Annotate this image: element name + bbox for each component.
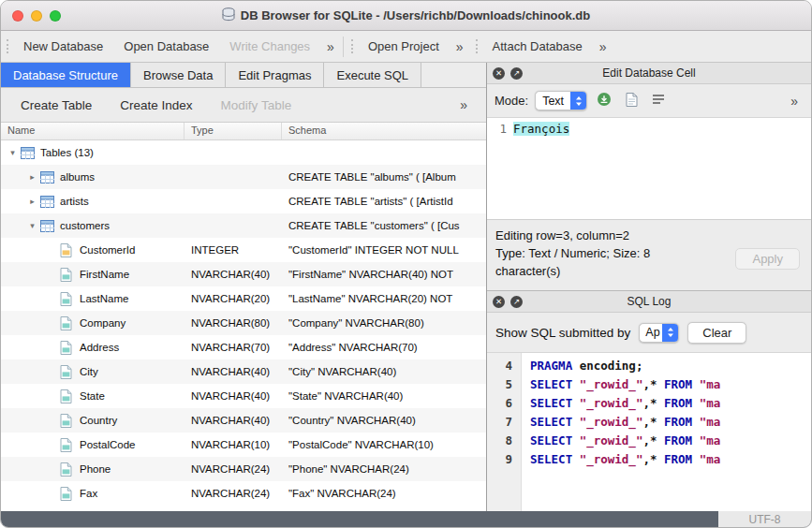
log-line-number: 5 (487, 375, 521, 394)
tree-row[interactable]: CompanyNVARCHAR(80)"Company" NVARCHAR(80… (1, 311, 486, 335)
editor-content[interactable]: François (513, 118, 569, 219)
detach-panel-icon[interactable]: ↗ (510, 67, 523, 80)
schema-cell: "LastName" NVARCHAR(20) NOT (282, 293, 486, 304)
field-icon (60, 365, 77, 379)
structure-overflow-icon[interactable]: » (453, 97, 480, 112)
schema-cell: "FirstName" NVARCHAR(40) NOT (282, 269, 486, 280)
cell-editor[interactable]: 1 François (487, 117, 811, 220)
sql-source-select[interactable]: Ap (639, 323, 679, 343)
tab-edit-pragmas[interactable]: Edit Pragmas (226, 63, 324, 87)
encoding-selector[interactable]: UTF-8 (718, 511, 811, 527)
field-icon (60, 316, 77, 330)
tree-name-cell: CustomerId (1, 238, 185, 262)
expand-icon[interactable]: ▸ (24, 172, 40, 182)
toolbar-overflow-icon[interactable]: » (593, 39, 613, 54)
collapse-icon[interactable]: ▾ (5, 148, 21, 157)
close-window-button[interactable] (12, 10, 23, 22)
table-icon (21, 147, 37, 159)
collapse-icon[interactable]: ▾ (24, 221, 40, 230)
panel-title: SQL Log (487, 295, 811, 308)
tree-row[interactable]: PostalCodeNVARCHAR(10)"PostalCode" NVARC… (1, 433, 486, 457)
new-database-button[interactable]: New Database (13, 36, 113, 57)
type-cell: NVARCHAR(70) (185, 342, 282, 353)
type-cell: NVARCHAR(20) (185, 293, 282, 304)
type-cell: NVARCHAR(40) (185, 366, 282, 377)
word-wrap-button[interactable] (648, 91, 669, 111)
import-icon (597, 92, 612, 110)
column-header-schema[interactable]: Schema (282, 123, 486, 139)
tree-row[interactable]: CountryNVARCHAR(40)"Country" NVARCHAR(40… (1, 408, 486, 433)
clear-log-button[interactable]: Clear (687, 322, 746, 344)
tree-row[interactable]: ▸artistsCREATE TABLE "artists" ( [Artist… (1, 189, 486, 213)
mode-select[interactable]: Text (535, 91, 587, 110)
edit-cell-overflow-icon[interactable]: » (784, 94, 804, 109)
tab-label: Browse Data (143, 68, 213, 82)
tab-bar: Database Structure Browse Data Edit Prag… (1, 63, 486, 88)
minimize-window-button[interactable] (31, 10, 42, 22)
tree-row[interactable]: LastNameNVARCHAR(20)"LastName" NVARCHAR(… (1, 286, 486, 311)
expand-icon[interactable]: ▸ (24, 197, 40, 206)
field-icon (60, 438, 77, 452)
table-icon (40, 196, 57, 208)
tab-label: Edit Pragmas (238, 68, 311, 82)
open-project-button[interactable]: Open Project (358, 36, 450, 57)
apply-button: Apply (735, 248, 800, 270)
edit-cell-toolbar: Mode: Text » (487, 84, 811, 117)
close-panel-icon[interactable]: ✕ (493, 296, 505, 308)
tab-browse-data[interactable]: Browse Data (131, 63, 226, 87)
create-table-button[interactable]: Create Table (7, 95, 106, 116)
tree-row[interactable]: StateNVARCHAR(40)"State" NVARCHAR(40) (1, 384, 486, 408)
tree-name-cell: State (1, 384, 185, 408)
tree-item-label: PostalCode (80, 439, 135, 450)
tree-name-cell: Fax (1, 481, 185, 506)
tree-row[interactable]: ▸albumsCREATE TABLE "albums" ( [Album (1, 165, 486, 189)
schema-cell: "PostalCode" NVARCHAR(10) (282, 439, 486, 450)
sql-log-header: ✕ ↗ SQL Log (487, 291, 811, 313)
attach-database-button[interactable]: Attach Database (482, 36, 593, 57)
tree-row[interactable]: ▾Tables (13) (1, 140, 486, 165)
tab-database-structure[interactable]: Database Structure (1, 63, 131, 87)
zoom-window-button[interactable] (50, 10, 61, 22)
edit-cell-header: ✕ ↗ Edit Database Cell (487, 63, 811, 84)
toolbar-drag-handle (7, 39, 10, 53)
create-index-button[interactable]: Create Index (106, 95, 206, 116)
schema-cell: "Address" NVARCHAR(70) (282, 342, 486, 353)
cell-value-text: François (513, 122, 569, 136)
tree-row[interactable]: FaxNVARCHAR(24)"Fax" NVARCHAR(24) (1, 481, 486, 506)
export-button[interactable] (621, 91, 642, 111)
toolbar-separator (343, 37, 344, 57)
table-icon (40, 220, 57, 232)
log-line-number: 4 (487, 357, 521, 375)
field-icon (60, 389, 77, 403)
field-icon (60, 341, 77, 355)
type-cell: NVARCHAR(40) (185, 269, 282, 280)
toolbar-overflow-icon[interactable]: » (450, 39, 470, 54)
tree-row[interactable]: CityNVARCHAR(40)"City" NVARCHAR(40) (1, 359, 486, 384)
close-panel-icon[interactable]: ✕ (493, 67, 505, 80)
tree-row[interactable]: CustomerIdINTEGER"CustomerId" INTEGER NO… (1, 238, 486, 262)
column-header-type[interactable]: Type (185, 123, 282, 139)
log-sql-text: SELECT "_rowid_",* FROM "ma (521, 375, 720, 394)
tree-item-label: Country (80, 415, 117, 426)
tree-row[interactable]: FirstNameNVARCHAR(40)"FirstName" NVARCHA… (1, 262, 486, 286)
field-icon (60, 462, 77, 477)
type-cell: NVARCHAR(24) (185, 463, 282, 475)
tree-name-cell: PostalCode (1, 433, 185, 457)
tree-row[interactable]: PhoneNVARCHAR(24)"Phone" NVARCHAR(24) (1, 457, 486, 481)
window-title: DB Browser for SQLite - /Users/richb/Dow… (241, 8, 590, 22)
schema-cell: "Fax" NVARCHAR(24) (282, 488, 486, 499)
structure-toolbar: Create Table Create Index Modify Table » (1, 88, 486, 122)
import-button[interactable] (594, 91, 614, 111)
toolbar-overflow-icon[interactable]: » (320, 39, 341, 54)
schema-cell: CREATE TABLE "albums" ( [Album (282, 171, 486, 183)
tree-row[interactable]: AddressNVARCHAR(70)"Address" NVARCHAR(70… (1, 335, 486, 359)
sql-log-line: 6SELECT "_rowid_",* FROM "ma (487, 394, 811, 413)
sql-log-view[interactable]: 4PRAGMA encoding;5SELECT "_rowid_",* FRO… (487, 352, 811, 511)
tree-name-cell: LastName (1, 286, 185, 311)
tree-row[interactable]: ▾customersCREATE TABLE "customers" ( [Cu… (1, 213, 486, 238)
column-header-name[interactable]: Name (1, 123, 185, 139)
detach-panel-icon[interactable]: ↗ (510, 296, 523, 308)
schema-cell: "Phone" NVARCHAR(24) (282, 463, 486, 475)
tab-execute-sql[interactable]: Execute SQL (324, 63, 421, 87)
open-database-button[interactable]: Open Database (113, 36, 219, 57)
